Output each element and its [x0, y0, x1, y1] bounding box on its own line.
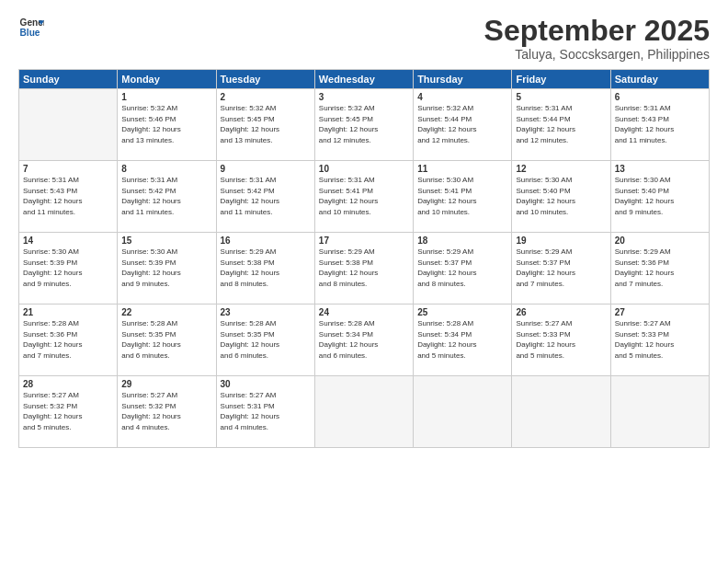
day-info: Sunrise: 5:27 AMSunset: 5:32 PMDaylight:… — [23, 390, 113, 432]
calendar-cell: 20Sunrise: 5:29 AMSunset: 5:36 PMDayligh… — [610, 233, 709, 304]
day-number: 12 — [516, 164, 606, 174]
day-info: Sunrise: 5:27 AMSunset: 5:33 PMDaylight:… — [615, 318, 705, 361]
day-number: 19 — [516, 236, 606, 246]
day-number: 10 — [319, 164, 409, 174]
day-info: Sunrise: 5:30 AMSunset: 5:40 PMDaylight:… — [516, 175, 606, 217]
day-number: 28 — [23, 379, 113, 389]
day-header: Thursday — [414, 70, 512, 89]
calendar-cell: 9Sunrise: 5:31 AMSunset: 5:42 PMDaylight… — [216, 161, 314, 233]
calendar-cell: 26Sunrise: 5:27 AMSunset: 5:33 PMDayligh… — [512, 304, 610, 376]
day-info: Sunrise: 5:30 AMSunset: 5:40 PMDaylight:… — [615, 175, 705, 217]
calendar-cell: 27Sunrise: 5:27 AMSunset: 5:33 PMDayligh… — [610, 304, 709, 376]
calendar-cell: 10Sunrise: 5:31 AMSunset: 5:41 PMDayligh… — [314, 161, 413, 233]
day-info: Sunrise: 5:29 AMSunset: 5:38 PMDaylight:… — [319, 247, 409, 289]
day-info: Sunrise: 5:28 AMSunset: 5:34 PMDaylight:… — [319, 318, 409, 361]
day-info: Sunrise: 5:31 AMSunset: 5:41 PMDaylight:… — [319, 175, 409, 217]
page: General Blue September 2025 Taluya, Socc… — [0, 0, 728, 563]
calendar-cell: 23Sunrise: 5:28 AMSunset: 5:35 PMDayligh… — [216, 304, 314, 376]
calendar-cell: 19Sunrise: 5:29 AMSunset: 5:37 PMDayligh… — [512, 233, 610, 304]
calendar-cell: 16Sunrise: 5:29 AMSunset: 5:38 PMDayligh… — [216, 233, 314, 304]
svg-text:Blue: Blue — [20, 28, 40, 38]
day-number: 11 — [417, 164, 507, 174]
day-info: Sunrise: 5:29 AMSunset: 5:36 PMDaylight:… — [615, 247, 705, 289]
day-number: 5 — [516, 92, 606, 102]
calendar-cell: 3Sunrise: 5:32 AMSunset: 5:45 PMDaylight… — [314, 89, 413, 161]
calendar-cell — [414, 376, 512, 448]
day-number: 2 — [221, 92, 311, 102]
day-number: 6 — [615, 92, 705, 102]
day-header: Wednesday — [314, 70, 413, 89]
day-number: 15 — [121, 236, 211, 246]
day-number: 4 — [417, 92, 507, 102]
day-info: Sunrise: 5:32 AMSunset: 5:46 PMDaylight:… — [121, 103, 211, 145]
day-number: 1 — [121, 92, 211, 102]
day-info: Sunrise: 5:32 AMSunset: 5:44 PMDaylight:… — [417, 103, 507, 145]
day-info: Sunrise: 5:31 AMSunset: 5:44 PMDaylight:… — [516, 103, 606, 145]
calendar-cell: 12Sunrise: 5:30 AMSunset: 5:40 PMDayligh… — [512, 161, 610, 233]
day-number: 8 — [121, 164, 211, 174]
day-number: 30 — [221, 379, 311, 389]
header: General Blue September 2025 Taluya, Socc… — [18, 15, 710, 62]
day-info: Sunrise: 5:31 AMSunset: 5:43 PMDaylight:… — [23, 175, 113, 217]
calendar-cell: 25Sunrise: 5:28 AMSunset: 5:34 PMDayligh… — [414, 304, 512, 376]
day-info: Sunrise: 5:28 AMSunset: 5:34 PMDaylight:… — [417, 318, 507, 361]
calendar-cell: 21Sunrise: 5:28 AMSunset: 5:36 PMDayligh… — [19, 304, 118, 376]
day-number: 18 — [417, 236, 507, 246]
day-info: Sunrise: 5:28 AMSunset: 5:36 PMDaylight:… — [23, 318, 113, 361]
day-info: Sunrise: 5:29 AMSunset: 5:37 PMDaylight:… — [516, 247, 606, 289]
calendar-cell: 15Sunrise: 5:30 AMSunset: 5:39 PMDayligh… — [118, 233, 216, 304]
logo-icon: General Blue — [18, 15, 44, 40]
day-info: Sunrise: 5:29 AMSunset: 5:37 PMDaylight:… — [417, 247, 507, 289]
day-header: Monday — [118, 70, 216, 89]
calendar-cell: 17Sunrise: 5:29 AMSunset: 5:38 PMDayligh… — [314, 233, 413, 304]
month-title: September 2025 — [484, 15, 710, 47]
calendar-cell: 29Sunrise: 5:27 AMSunset: 5:32 PMDayligh… — [118, 376, 216, 448]
calendar-cell: 5Sunrise: 5:31 AMSunset: 5:44 PMDaylight… — [512, 89, 610, 161]
day-info: Sunrise: 5:27 AMSunset: 5:33 PMDaylight:… — [516, 318, 606, 361]
day-number: 21 — [23, 307, 113, 317]
calendar-week-row: 21Sunrise: 5:28 AMSunset: 5:36 PMDayligh… — [19, 304, 710, 376]
calendar-cell: 28Sunrise: 5:27 AMSunset: 5:32 PMDayligh… — [19, 376, 118, 448]
day-info: Sunrise: 5:30 AMSunset: 5:39 PMDaylight:… — [121, 247, 211, 289]
day-info: Sunrise: 5:32 AMSunset: 5:45 PMDaylight:… — [221, 103, 311, 145]
day-header: Saturday — [610, 70, 709, 89]
calendar-cell — [314, 376, 413, 448]
day-number: 25 — [417, 307, 507, 317]
header-row: SundayMondayTuesdayWednesdayThursdayFrid… — [19, 70, 710, 89]
day-info: Sunrise: 5:29 AMSunset: 5:38 PMDaylight:… — [221, 247, 311, 289]
logo: General Blue — [18, 15, 44, 40]
day-info: Sunrise: 5:28 AMSunset: 5:35 PMDaylight:… — [221, 318, 311, 361]
day-number: 13 — [615, 164, 705, 174]
day-info: Sunrise: 5:32 AMSunset: 5:45 PMDaylight:… — [319, 103, 409, 145]
day-info: Sunrise: 5:27 AMSunset: 5:31 PMDaylight:… — [221, 390, 311, 432]
calendar-week-row: 1Sunrise: 5:32 AMSunset: 5:46 PMDaylight… — [19, 89, 710, 161]
day-number: 14 — [23, 236, 113, 246]
day-number: 3 — [319, 92, 409, 102]
calendar-cell — [512, 376, 610, 448]
day-number: 26 — [516, 307, 606, 317]
calendar-cell: 11Sunrise: 5:30 AMSunset: 5:41 PMDayligh… — [414, 161, 512, 233]
day-number: 24 — [319, 307, 409, 317]
calendar-week-row: 14Sunrise: 5:30 AMSunset: 5:39 PMDayligh… — [19, 233, 710, 304]
calendar-cell: 2Sunrise: 5:32 AMSunset: 5:45 PMDaylight… — [216, 89, 314, 161]
day-info: Sunrise: 5:28 AMSunset: 5:35 PMDaylight:… — [121, 318, 211, 361]
calendar-week-row: 28Sunrise: 5:27 AMSunset: 5:32 PMDayligh… — [19, 376, 710, 448]
calendar-cell: 13Sunrise: 5:30 AMSunset: 5:40 PMDayligh… — [610, 161, 709, 233]
day-number: 16 — [221, 236, 311, 246]
calendar-cell: 22Sunrise: 5:28 AMSunset: 5:35 PMDayligh… — [118, 304, 216, 376]
day-number: 20 — [615, 236, 705, 246]
calendar-cell: 30Sunrise: 5:27 AMSunset: 5:31 PMDayligh… — [216, 376, 314, 448]
calendar-cell: 14Sunrise: 5:30 AMSunset: 5:39 PMDayligh… — [19, 233, 118, 304]
day-number: 17 — [319, 236, 409, 246]
day-number: 22 — [121, 307, 211, 317]
day-info: Sunrise: 5:27 AMSunset: 5:32 PMDaylight:… — [121, 390, 211, 432]
calendar-cell: 24Sunrise: 5:28 AMSunset: 5:34 PMDayligh… — [314, 304, 413, 376]
day-number: 29 — [121, 379, 211, 389]
calendar-cell: 6Sunrise: 5:31 AMSunset: 5:43 PMDaylight… — [610, 89, 709, 161]
calendar-cell: 4Sunrise: 5:32 AMSunset: 5:44 PMDaylight… — [414, 89, 512, 161]
subtitle: Taluya, Soccsksargen, Philippines — [484, 47, 710, 62]
day-number: 27 — [615, 307, 705, 317]
calendar-cell — [610, 376, 709, 448]
day-info: Sunrise: 5:31 AMSunset: 5:43 PMDaylight:… — [615, 103, 705, 145]
day-info: Sunrise: 5:30 AMSunset: 5:41 PMDaylight:… — [417, 175, 507, 217]
